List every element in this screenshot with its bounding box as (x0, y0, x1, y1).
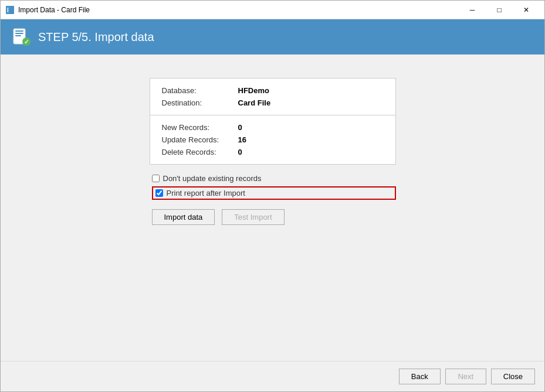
options-section: Don't update existing records Print repo… (150, 174, 396, 200)
database-section: Database: HFDemo Destination: Card File (150, 79, 395, 115)
update-records-label: Update Records: (162, 135, 238, 144)
database-row: Database: HFDemo (162, 84, 384, 97)
svg-text:✓: ✓ (24, 39, 29, 45)
database-label: Database: (162, 86, 238, 95)
new-records-value: 0 (238, 123, 242, 132)
action-buttons: Import data Test Import (150, 209, 396, 225)
delete-records-value: 0 (238, 148, 242, 156)
new-records-row: New Records: 0 (162, 121, 384, 134)
window-title: Import Data - Card File (18, 6, 90, 14)
title-bar-controls: ─ □ ✕ (459, 1, 540, 19)
svg-rect-3 (15, 30, 23, 32)
import-data-button[interactable]: Import data (152, 209, 215, 225)
records-section: New Records: 0 Update Records: 16 Delete… (150, 115, 395, 164)
footer: Back Next Close (1, 361, 544, 391)
header-icon: ✓ (12, 28, 31, 46)
close-button[interactable]: Close (491, 369, 535, 384)
delete-records-row: Delete Records: 0 (162, 146, 384, 158)
title-bar: I Import Data - Card File ─ □ ✕ (1, 1, 544, 19)
app-icon: I (5, 5, 15, 15)
new-records-label: New Records: (162, 123, 238, 132)
minimize-button[interactable]: ─ (459, 1, 486, 19)
close-window-button[interactable]: ✕ (513, 1, 540, 19)
svg-text:I: I (7, 7, 9, 13)
next-button[interactable]: Next (445, 369, 486, 384)
database-value: HFDemo (238, 86, 269, 95)
destination-value: Card File (238, 98, 271, 107)
print-report-checkbox[interactable] (155, 189, 163, 197)
print-report-row-highlighted: Print report after Import (152, 186, 396, 200)
delete-records-label: Delete Records: (162, 148, 238, 156)
maximize-button[interactable]: □ (486, 1, 513, 19)
destination-label: Destination: (162, 98, 238, 107)
dont-update-label[interactable]: Don't update existing records (163, 174, 262, 183)
destination-row: Destination: Card File (162, 97, 384, 109)
svg-rect-4 (15, 33, 23, 34)
title-bar-left: I Import Data - Card File (5, 5, 90, 15)
back-button[interactable]: Back (399, 369, 441, 384)
update-records-value: 16 (238, 135, 246, 144)
header-bar: ✓ STEP 5/5. Import data (1, 19, 544, 54)
main-window: I Import Data - Card File ─ □ ✕ ✓ STEP 5… (0, 0, 545, 392)
page-title: STEP 5/5. Import data (38, 30, 154, 44)
info-table: Database: HFDemo Destination: Card File … (150, 78, 396, 165)
print-report-label[interactable]: Print report after Import (167, 189, 245, 197)
dont-update-row: Don't update existing records (152, 174, 396, 183)
update-records-row: Update Records: 16 (162, 134, 384, 146)
dont-update-checkbox[interactable] (152, 175, 160, 182)
main-panel: Database: HFDemo Destination: Card File … (150, 78, 396, 225)
svg-rect-5 (15, 35, 21, 36)
test-import-button[interactable]: Test Import (222, 209, 284, 225)
content-area: Database: HFDemo Destination: Card File … (1, 54, 544, 361)
